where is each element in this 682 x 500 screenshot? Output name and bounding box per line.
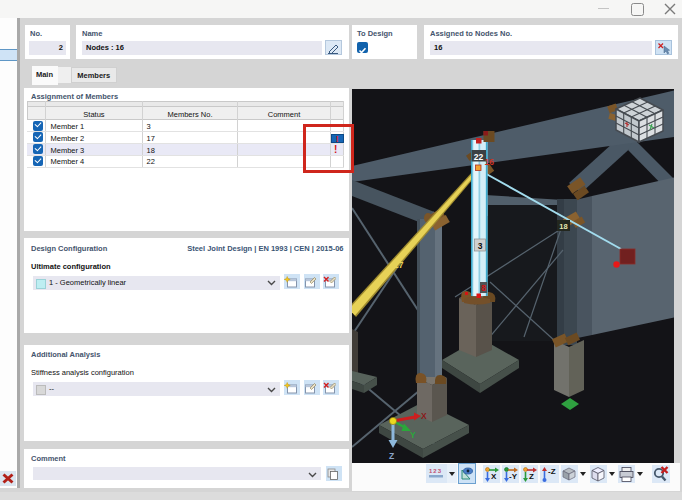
- svg-text:123: 123: [429, 468, 442, 474]
- svg-text:8: 8: [481, 283, 486, 293]
- svg-text:18: 18: [559, 222, 567, 231]
- svg-text:16: 16: [485, 157, 495, 167]
- svg-text:X: X: [491, 472, 497, 481]
- svg-text:17: 17: [394, 260, 404, 270]
- svg-text:X: X: [421, 411, 427, 421]
- svg-text:-Y: -Y: [509, 472, 518, 481]
- svg-text:-Z: -Z: [548, 467, 556, 476]
- svg-text:3: 3: [478, 241, 483, 251]
- svg-text:22: 22: [474, 152, 484, 162]
- svg-text:Z: Z: [389, 451, 394, 461]
- svg-text:Y: Y: [410, 430, 416, 440]
- svg-text:Z: Z: [529, 472, 534, 481]
